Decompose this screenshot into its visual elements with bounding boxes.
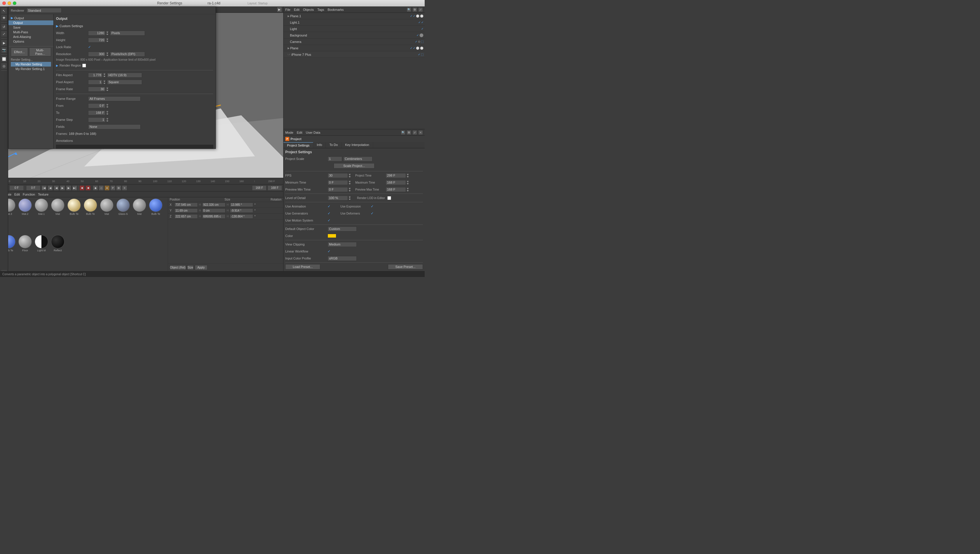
table-row[interactable]: ▶ Plane ✓ ✓ xyxy=(283,45,425,51)
y-rot-input[interactable] xyxy=(230,208,253,213)
om-render-icon[interactable]: ✓ xyxy=(413,14,415,18)
table-row[interactable]: L9 iPhone 7 Plus ✓ ⬚ xyxy=(283,51,425,58)
color-swatch[interactable] xyxy=(328,234,336,238)
height-down[interactable]: ▼ xyxy=(106,40,109,42)
z-size-input[interactable] xyxy=(202,214,226,219)
list-item[interactable]: Floor xyxy=(18,235,33,270)
x-size-input[interactable] xyxy=(202,203,226,207)
toolbar-render[interactable]: ▶ xyxy=(1,40,7,46)
pb-key4[interactable]: P xyxy=(110,185,116,191)
coord-system-dropdown[interactable]: Object (Rel) xyxy=(170,265,186,270)
pp-close-icon[interactable]: × xyxy=(418,130,423,135)
list-item[interactable]: Bulb Te xyxy=(148,198,163,234)
toolbar-object[interactable]: ⬜ xyxy=(1,56,7,62)
width-down[interactable]: ▼ xyxy=(106,33,109,35)
pixel-aspect-down[interactable]: ▼ xyxy=(103,82,106,85)
coord-mode-dropdown[interactable]: Size xyxy=(187,265,194,270)
fps-up[interactable]: ▲ xyxy=(348,173,351,176)
x-rot-input[interactable] xyxy=(230,203,253,207)
mat-edit[interactable]: Edit xyxy=(14,193,20,196)
pixel-aspect-input[interactable] xyxy=(88,80,103,85)
om-visibility-icon[interactable]: ✓ xyxy=(415,40,417,43)
rs-sidebar-multipass[interactable]: Multi-Pass xyxy=(8,30,53,34)
preview-min-down[interactable]: ▼ xyxy=(348,190,351,192)
toolbar-move[interactable]: ✚ xyxy=(1,14,7,21)
pixel-aspect-dropdown[interactable]: Square xyxy=(107,80,142,85)
list-item[interactable]: Bulb Te xyxy=(83,198,98,234)
list-item[interactable]: Mat xyxy=(132,198,147,234)
frame-rate-down[interactable]: ▼ xyxy=(106,89,109,91)
om-menu-edit[interactable]: Edit xyxy=(294,8,299,11)
pb-record[interactable]: ⏺ xyxy=(80,185,84,191)
close-button[interactable] xyxy=(2,2,6,5)
om-menu-file[interactable]: File xyxy=(285,8,291,11)
list-item[interactable]: Light M xyxy=(34,235,49,270)
from-input[interactable] xyxy=(88,103,106,108)
pb-key5[interactable]: ⊞ xyxy=(116,185,121,191)
list-item[interactable]: Mat xyxy=(99,198,115,234)
resolution-down[interactable]: ▼ xyxy=(106,54,109,56)
min-time-down[interactable]: ▼ xyxy=(348,182,351,185)
width-up[interactable]: ▲ xyxy=(106,30,109,33)
effect-btn[interactable]: Effect... xyxy=(11,48,28,56)
toolbar-scale[interactable]: ⤢ xyxy=(1,30,7,37)
om-visibility-icon[interactable]: ✓ xyxy=(417,34,419,37)
to-down[interactable]: ▼ xyxy=(106,113,109,115)
renderer-dropdown[interactable]: Standard xyxy=(27,8,62,13)
frame-step-down[interactable]: ▼ xyxy=(106,120,109,122)
pb-key[interactable]: ◆ xyxy=(93,185,98,191)
list-item[interactable]: Reflect xyxy=(50,235,65,270)
frame-step-input[interactable] xyxy=(88,117,106,122)
pb-record2[interactable]: ⏺ xyxy=(86,185,91,191)
width-input[interactable] xyxy=(88,30,106,36)
start-frame-input[interactable] xyxy=(26,185,41,191)
end-frame-input[interactable] xyxy=(252,185,267,191)
om-visibility-icon[interactable]: ✓ xyxy=(418,53,420,56)
pb-key6[interactable]: ≡ xyxy=(122,185,127,191)
vp-render-btn[interactable]: ▶ xyxy=(277,7,282,12)
max-time-down[interactable]: ▼ xyxy=(406,182,409,185)
om-search-icon[interactable]: 🔍 xyxy=(407,7,411,12)
table-row[interactable]: Camera ✓ ⊙ ⬚ xyxy=(283,38,425,45)
preview-min-time-input[interactable] xyxy=(328,187,348,192)
pb-back-start[interactable]: |◀ xyxy=(41,185,47,191)
min-time-up[interactable]: ▲ xyxy=(348,180,351,182)
pb-fwd-end[interactable]: ▶| xyxy=(72,185,77,191)
minimize-button[interactable] xyxy=(8,2,11,5)
mat-texture[interactable]: Texture xyxy=(38,193,48,196)
y-pos-input[interactable] xyxy=(174,208,198,213)
fields-dropdown[interactable]: None xyxy=(88,125,141,129)
om-menu-objects[interactable]: Objects xyxy=(303,8,314,11)
frame-rate-up[interactable]: ▲ xyxy=(106,87,109,89)
film-aspect-input[interactable] xyxy=(88,73,103,78)
film-aspect-up[interactable]: ▲ xyxy=(103,73,106,75)
rs-sidebar-output[interactable]: Output xyxy=(8,21,53,25)
lod-input[interactable] xyxy=(328,196,348,201)
rs-sidebar-options[interactable]: Options xyxy=(8,39,53,44)
preview-min-up[interactable]: ▲ xyxy=(348,187,351,190)
project-scale-input[interactable] xyxy=(328,156,342,161)
pp-search-icon[interactable]: 🔍 xyxy=(401,130,406,135)
save-preset-btn[interactable]: Save Preset... xyxy=(388,264,423,270)
table-row[interactable]: Background ✓ xyxy=(283,32,425,38)
mat-function[interactable]: Function xyxy=(23,193,35,196)
om-menu-bookmarks[interactable]: Bookmarks xyxy=(328,8,344,11)
current-frame-input[interactable] xyxy=(10,185,24,191)
preview-max-up[interactable]: ▲ xyxy=(406,187,409,190)
preview-max-time-input[interactable] xyxy=(386,187,406,192)
pp-mode[interactable]: Mode xyxy=(285,131,293,134)
om-gear-icon[interactable]: ⚙ xyxy=(412,7,417,12)
tab-key-interpolation[interactable]: Key Interpolation xyxy=(342,142,373,148)
project-time-down[interactable]: ▼ xyxy=(406,176,409,178)
scale-project-btn[interactable]: Scale Project... xyxy=(334,163,374,168)
resolution-unit-dropdown[interactable]: Pixels/Inch (DPI) xyxy=(110,52,145,57)
om-visibility-icon[interactable]: ✓ xyxy=(421,27,423,30)
x-pos-input[interactable] xyxy=(174,203,198,207)
tab-info[interactable]: Info xyxy=(313,142,326,148)
rs-sidebar-antialiasing[interactable]: Anti-Aliasing xyxy=(8,34,53,39)
om-expand-icon[interactable]: ⤢ xyxy=(418,7,423,12)
pp-gear-icon[interactable]: ⚙ xyxy=(407,130,411,135)
pp-userdata[interactable]: User Data xyxy=(306,131,321,134)
project-time-up[interactable]: ▲ xyxy=(406,173,409,176)
pb-play-back[interactable]: ◀ xyxy=(54,185,59,191)
